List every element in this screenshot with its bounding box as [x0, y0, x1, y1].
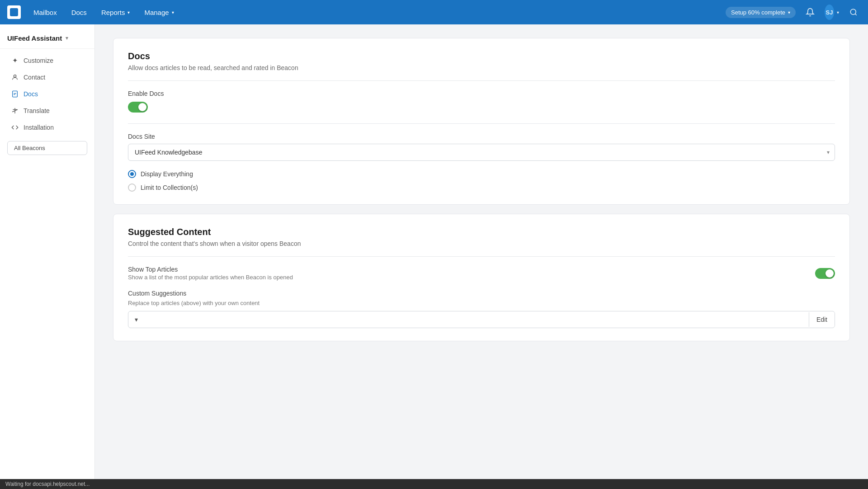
sidebar-item-installation[interactable]: Installation	[4, 119, 91, 136]
contact-icon	[11, 73, 19, 81]
suggested-card-subtitle: Control the content that's shown when a …	[128, 240, 835, 247]
avatar: SJ	[825, 5, 834, 20]
radio-display-everything-dot	[130, 172, 134, 176]
sidebar-item-customize[interactable]: ✦ Customize	[4, 52, 91, 69]
show-top-articles-label: Show Top Articles	[128, 266, 293, 273]
custom-suggestions-label: Custom Suggestions	[128, 290, 835, 297]
main-content: Docs Allow docs articles to be read, sea…	[95, 24, 868, 489]
svg-point-0	[850, 9, 856, 14]
user-dropdown-arrow: ▾	[837, 10, 839, 15]
radio-limit-label: Limit to Collection(s)	[141, 184, 198, 191]
nav-mailbox[interactable]: Mailbox	[28, 6, 62, 19]
customize-icon: ✦	[11, 56, 19, 65]
nav-reports[interactable]: Reports ▾	[96, 6, 136, 19]
search-button[interactable]	[846, 5, 861, 19]
radio-display-everything-circle	[128, 170, 136, 178]
brand-chevron: ▾	[66, 35, 68, 41]
docs-card-subtitle: Allow docs articles to be read, searched…	[128, 64, 835, 71]
brand-header[interactable]: UIFeed Assistant ▾	[0, 30, 94, 49]
enable-docs-label: Enable Docs	[128, 90, 835, 97]
show-top-articles-desc: Show a list of the most popular articles…	[128, 274, 293, 281]
toggle-knob	[138, 103, 146, 111]
status-text: Waiting for docsapi.helpscout.net...	[5, 481, 90, 487]
radio-display-everything[interactable]: Display Everything	[128, 170, 835, 178]
setup-progress[interactable]: Setup 60% complete ▾	[726, 7, 796, 18]
radio-limit-circle	[128, 183, 136, 192]
enable-docs-toggle[interactable]	[128, 102, 148, 113]
sidebar: UIFeed Assistant ▾ ✦ Customize Contact D…	[0, 24, 95, 489]
docs-card: Docs Allow docs articles to be read, sea…	[113, 38, 850, 205]
show-top-articles-knob	[826, 269, 834, 277]
nav-manage[interactable]: Manage ▾	[139, 6, 179, 19]
custom-suggestions-section: Custom Suggestions Replace top articles …	[128, 290, 835, 328]
radio-limit-to-collections[interactable]: Limit to Collection(s)	[128, 183, 835, 192]
setup-dropdown-arrow: ▾	[788, 10, 790, 15]
sidebar-item-customize-label: Customize	[24, 57, 53, 64]
suggested-content-card: Suggested Content Control the content th…	[113, 214, 850, 341]
svg-rect-2	[13, 91, 18, 97]
dropdown-chevron-icon: ▾	[135, 316, 138, 323]
docs-site-select-wrapper: UIFeed Knowledgebase ▾	[128, 144, 835, 161]
reports-dropdown-arrow: ▾	[127, 10, 130, 15]
svg-point-1	[14, 75, 16, 77]
manage-dropdown-arrow: ▾	[172, 10, 174, 15]
notifications-button[interactable]	[803, 5, 817, 19]
display-options-group: Display Everything Limit to Collection(s…	[128, 170, 835, 192]
top-navigation: Mailbox Docs Reports ▾ Manage ▾ Setup 60…	[0, 0, 868, 24]
app-logo	[7, 5, 21, 19]
sidebar-item-docs-label: Docs	[24, 90, 38, 98]
show-top-articles-row: Show Top Articles Show a list of the mos…	[128, 266, 835, 281]
suggested-card-title: Suggested Content	[128, 227, 835, 237]
docs-site-label: Docs Site	[128, 133, 835, 140]
docs-icon	[11, 90, 19, 98]
sidebar-item-installation-label: Installation	[24, 124, 54, 131]
sidebar-item-contact[interactable]: Contact	[4, 69, 91, 85]
status-bar: Waiting for docsapi.helpscout.net...	[0, 479, 868, 489]
docs-site-select[interactable]: UIFeed Knowledgebase	[128, 144, 835, 161]
brand-name: UIFeed Assistant	[7, 34, 62, 42]
sidebar-item-docs[interactable]: Docs	[4, 86, 91, 102]
nav-docs[interactable]: Docs	[66, 6, 92, 19]
installation-icon	[11, 123, 19, 132]
custom-suggestions-trigger[interactable]: ▾	[128, 311, 809, 328]
custom-suggestions-desc: Replace top articles (above) with your o…	[128, 300, 835, 306]
custom-suggestions-edit-button[interactable]: Edit	[809, 312, 835, 327]
radio-display-everything-label: Display Everything	[141, 170, 193, 178]
sidebar-item-translate[interactable]: Translate	[4, 103, 91, 119]
sidebar-item-contact-label: Contact	[24, 74, 45, 81]
topnav-right: Setup 60% complete ▾ SJ ▾	[726, 5, 861, 19]
custom-suggestions-dropdown: ▾ Edit	[128, 311, 835, 328]
docs-card-title: Docs	[128, 51, 835, 61]
show-top-articles-toggle[interactable]	[815, 268, 835, 279]
all-beacons-button[interactable]: All Beacons	[7, 141, 87, 155]
sidebar-item-translate-label: Translate	[24, 107, 50, 114]
user-menu-button[interactable]: SJ ▾	[825, 5, 839, 19]
translate-icon	[11, 107, 19, 115]
